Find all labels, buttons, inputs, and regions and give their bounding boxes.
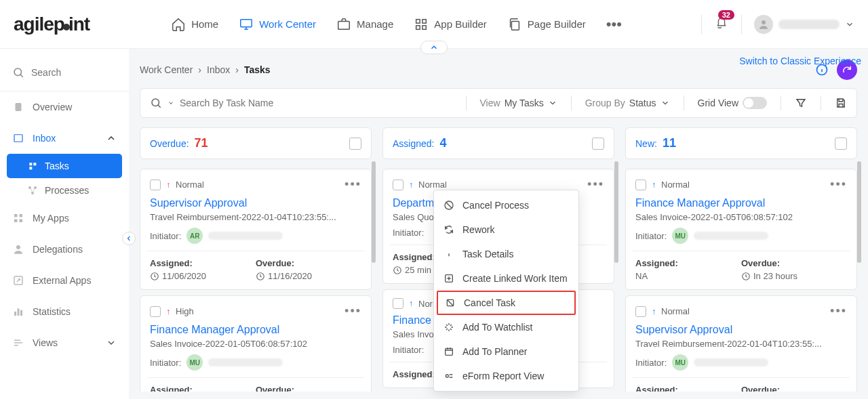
card-more-button[interactable]: •••: [830, 177, 847, 192]
column-header[interactable]: Assigned: 4: [382, 127, 614, 159]
user-name-redacted: [778, 20, 840, 29]
sidebar-search[interactable]: [0, 62, 129, 91]
user-menu[interactable]: [754, 15, 854, 34]
assigned-value: NA: [635, 271, 648, 281]
menu-label: Add To Planner: [462, 346, 527, 357]
sidebar-sub-processes[interactable]: Processes: [0, 178, 129, 203]
svg-rect-20: [20, 219, 23, 223]
menu-linked-work-item[interactable]: Create Linked Work Item: [434, 266, 578, 291]
nav-page-builder[interactable]: Page Builder: [507, 16, 586, 33]
nav-home[interactable]: Home: [171, 16, 218, 33]
menu-rework[interactable]: Rework: [434, 217, 578, 242]
sidebar-item-overview[interactable]: Overview: [0, 91, 129, 123]
crumb[interactable]: Inbox: [207, 64, 230, 75]
sidebar-search-input[interactable]: [31, 67, 117, 78]
grid-icon: [414, 17, 429, 32]
view-key: View: [480, 98, 500, 108]
column-label: New:: [635, 138, 657, 149]
card-title[interactable]: Finance Manager Approval: [150, 324, 361, 336]
overdue-label: Overdue:: [256, 385, 361, 392]
sidebar-item-delegations[interactable]: Delegations: [0, 234, 129, 265]
menu-label: Task Details: [462, 249, 513, 259]
card-checkbox[interactable]: [150, 180, 161, 190]
chevron-up-icon: [106, 133, 117, 144]
scrollbar[interactable]: [372, 161, 376, 263]
apps-icon: [12, 212, 24, 224]
sidebar-label: Tasks: [45, 161, 69, 171]
collapse-sidebar-button[interactable]: [122, 232, 136, 245]
avatar-chip: MU: [672, 228, 688, 244]
svg-point-21: [16, 245, 20, 249]
sidebar-item-myapps[interactable]: My Apps: [0, 203, 129, 234]
card-more-button[interactable]: •••: [344, 304, 361, 318]
column-header[interactable]: Overdue: 71: [140, 127, 372, 159]
scrollbar[interactable]: [614, 161, 618, 263]
svg-rect-13: [33, 163, 36, 165]
menu-label: eForm Report View: [462, 371, 544, 381]
card-title[interactable]: Finance Manager Approval: [635, 197, 847, 209]
nav-work-center[interactable]: Work Center: [239, 16, 316, 33]
task-card[interactable]: ↑ Normal ••• Supervisor Approval Travel …: [140, 169, 372, 290]
info-icon: [443, 249, 454, 259]
avatar-chip: AR: [186, 228, 203, 244]
notifications-button[interactable]: 32: [714, 16, 729, 33]
card-checkbox[interactable]: [393, 298, 403, 309]
priority-up-icon: ↑: [652, 307, 656, 316]
switch-classic-link[interactable]: Switch to Classic Experience: [739, 56, 861, 66]
name-redacted: [694, 232, 768, 240]
card-subtitle: Sales Invoice-2022-01-05T06:08:57:102: [635, 212, 847, 222]
sidebar-sub-tasks[interactable]: Tasks: [7, 154, 122, 178]
card-checkbox[interactable]: [150, 306, 161, 317]
sidebar-item-external[interactable]: External Apps: [0, 265, 129, 296]
scrollbar[interactable]: [857, 161, 861, 263]
groupby-select[interactable]: Group By Status: [585, 98, 670, 108]
filter-icon[interactable]: [795, 97, 807, 109]
main-nav: Home Work Center Manage App Builder Page…: [171, 16, 622, 33]
menu-cancel-task[interactable]: Cancel Task: [437, 291, 576, 315]
task-card[interactable]: ↑ Normal ••• Supervisor Approval Travel …: [625, 295, 857, 392]
sidebar-item-statistics[interactable]: Statistics: [0, 296, 129, 327]
menu-planner[interactable]: Add To Planner: [434, 339, 578, 364]
svg-rect-5: [422, 25, 427, 29]
menu-watchlist[interactable]: Add To Watchlist: [434, 315, 578, 339]
svg-rect-11: [29, 163, 32, 165]
save-icon[interactable]: [835, 97, 847, 109]
cancel-icon: [443, 200, 454, 211]
nav-manage[interactable]: Manage: [336, 16, 393, 33]
card-more-button[interactable]: •••: [587, 177, 604, 192]
card-checkbox[interactable]: [635, 306, 646, 317]
nav-app-builder[interactable]: App Builder: [414, 16, 487, 33]
crumb-current: Tasks: [244, 64, 271, 75]
crumb[interactable]: Work Center: [140, 64, 193, 75]
grid-view-toggle[interactable]: Grid View: [698, 97, 767, 109]
column-header[interactable]: New: 11: [625, 127, 857, 159]
select-all-checkbox[interactable]: [349, 138, 361, 150]
menu-task-details[interactable]: Task Details: [434, 242, 578, 266]
nav-more[interactable]: •••: [606, 16, 622, 33]
sidebar-item-views[interactable]: Views: [0, 327, 129, 358]
card-title[interactable]: Supervisor Approval: [635, 324, 847, 336]
svg-point-36: [446, 375, 448, 377]
card-title[interactable]: Supervisor Approval: [150, 197, 361, 209]
card-more-button[interactable]: •••: [344, 177, 361, 192]
sidebar-item-inbox[interactable]: Inbox: [0, 123, 129, 154]
toolbar-search-input[interactable]: [180, 98, 315, 108]
chevron-down-icon[interactable]: [167, 100, 174, 106]
view-select[interactable]: View My Tasks: [480, 98, 557, 108]
menu-cancel-process[interactable]: Cancel Process: [434, 193, 578, 217]
select-all-checkbox[interactable]: [835, 138, 847, 150]
card-more-button[interactable]: •••: [830, 304, 847, 318]
card-checkbox[interactable]: [393, 180, 403, 190]
report-icon: [443, 371, 454, 381]
card-checkbox[interactable]: [635, 180, 646, 190]
svg-rect-12: [29, 167, 32, 169]
toggle-icon: [743, 97, 767, 109]
collapse-topbar-button[interactable]: [420, 41, 448, 54]
svg-rect-24: [18, 309, 20, 316]
menu-eform-report[interactable]: eForm Report View: [434, 364, 578, 388]
task-card[interactable]: ↑ High ••• Finance Manager Approval Sale…: [140, 295, 372, 392]
select-all-checkbox[interactable]: [592, 138, 604, 150]
task-card[interactable]: ↑ Normal ••• Finance Manager Approval Sa…: [625, 169, 857, 290]
card-subtitle: Sales Invoice-2022-01-05T06:08:57:102: [150, 339, 361, 349]
toolbar-search[interactable]: [150, 97, 452, 109]
